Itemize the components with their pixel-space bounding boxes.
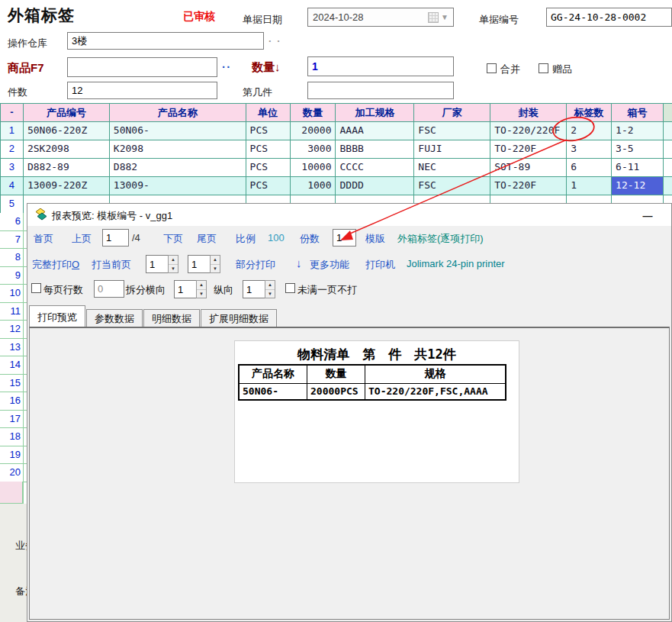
cell-qty[interactable]: 3000 [291, 140, 336, 158]
first-page-button[interactable]: 首页 [34, 232, 53, 246]
rows-per-page-input[interactable] [94, 280, 124, 298]
cell-unit[interactable]: PCS [246, 159, 291, 176]
dropdown-arrow-icon[interactable]: ▼ [441, 13, 449, 21]
cell-qty[interactable]: 20000 [291, 122, 336, 140]
cell-box-no[interactable]: 3-5 [612, 140, 664, 158]
spin-down-icon[interactable]: ▼ [169, 265, 178, 273]
piece-input[interactable] [307, 82, 454, 99]
cell-label-count[interactable]: 6 [567, 159, 612, 176]
split-vertical-input[interactable] [243, 280, 265, 298]
cell-product-name[interactable]: K2098 [110, 140, 246, 158]
cell-spec[interactable]: DDDD [336, 177, 414, 195]
split-horizontal-spinner[interactable]: ▲▼ [174, 280, 207, 298]
product-lookup-dots[interactable]: .. [222, 57, 231, 70]
from-page-input[interactable] [146, 255, 168, 273]
last-page-button[interactable]: 尾页 [197, 232, 217, 246]
cell-package[interactable]: TO-220F [490, 177, 567, 195]
row-number[interactable]: 5 [1, 195, 24, 213]
row-number[interactable]: 1 [1, 122, 24, 140]
cell-maker[interactable]: FUJI [414, 140, 490, 158]
cell-product-code[interactable]: D882-89 [24, 159, 110, 176]
cell-maker[interactable]: NEC [414, 159, 490, 176]
spin-down-icon[interactable]: ▼ [265, 290, 275, 298]
row-number[interactable]: 2 [1, 140, 24, 158]
rows-per-page-checkbox[interactable] [31, 283, 41, 293]
tab-parameter-data[interactable]: 参数数据 [86, 309, 143, 327]
cell-spec[interactable]: CCCC [336, 159, 414, 176]
row-number[interactable]: 3 [1, 159, 24, 176]
to-page-spinner[interactable]: ▲▼ [188, 255, 220, 273]
cell-product-code[interactable]: 50N06-220Z [24, 122, 110, 140]
partial-print-button[interactable]: 部分打印 [236, 258, 275, 272]
next-page-button[interactable]: 下页 [163, 232, 183, 246]
warehouse-lookup-dots[interactable]: . . [268, 33, 281, 44]
cell-box-no[interactable]: 6-11 [612, 159, 664, 176]
cell-product-code[interactable]: 13009-220Z [24, 177, 110, 195]
from-page-spinner[interactable]: ▲▼ [146, 255, 178, 273]
cell-box-no[interactable]: 1-2 [612, 122, 664, 140]
cell-label-count[interactable]: 3 [567, 140, 612, 158]
preview-cell-spec: TO-220/220F,FSC,AAAA [365, 384, 505, 399]
merge-checkbox[interactable] [487, 63, 497, 73]
minimize-button[interactable]: — [641, 210, 654, 222]
grid-header-product-name: 产品名称 [110, 104, 246, 121]
doc-no-input[interactable] [546, 8, 672, 27]
tab-extended-detail-data[interactable]: 扩展明细数据 [201, 309, 277, 327]
tab-detail-data[interactable]: 明细数据 [143, 309, 200, 327]
cell-maker[interactable]: FSC [414, 122, 490, 140]
no-partial-page-checkbox[interactable] [285, 283, 295, 293]
template-value[interactable]: 外箱标签(逐项打印) [397, 232, 484, 246]
cell-qty[interactable]: 1000 [291, 177, 336, 195]
product-input[interactable] [67, 57, 217, 77]
row-number[interactable]: 4 [1, 177, 24, 195]
cell-label-count[interactable]: 1 [567, 177, 612, 195]
table-row[interactable]: 3 D882-89 D882 PCS 10000 CCCC NEC SOT-89… [1, 159, 672, 177]
spin-down-icon[interactable]: ▼ [197, 290, 206, 298]
spin-up-icon[interactable]: ▲ [211, 256, 220, 265]
cell-box-no-selected[interactable]: 12-12 [612, 177, 664, 195]
cell-qty[interactable]: 10000 [291, 159, 336, 176]
cell-label-count[interactable]: 2 [567, 122, 612, 140]
cell-spec[interactable]: AAAA [336, 122, 414, 140]
table-row-selected[interactable]: 4 13009-220Z 13009- PCS 1000 DDDD FSC TO… [1, 177, 672, 195]
cell-unit[interactable]: PCS [246, 140, 291, 158]
cell-unit[interactable]: PCS [246, 122, 291, 140]
full-print-button[interactable]: 完整打印O [32, 258, 79, 272]
gift-checkbox[interactable] [539, 63, 548, 73]
copies-input[interactable] [333, 229, 356, 247]
cell-unit[interactable]: PCS [246, 177, 291, 195]
doc-date-field[interactable]: 2024-10-28 ▼ [307, 8, 454, 27]
split-horizontal-input[interactable] [174, 280, 196, 298]
cell-product-name[interactable]: 13009- [110, 177, 246, 195]
cell-product-name[interactable]: D882 [110, 159, 246, 176]
cell-spec[interactable]: BBBB [336, 140, 414, 158]
count-input[interactable] [67, 82, 217, 99]
prev-page-button[interactable]: 上页 [72, 232, 92, 246]
spin-up-icon[interactable]: ▲ [265, 281, 275, 290]
table-row[interactable]: 1 50N06-220Z 50N06- PCS 20000 AAAA FSC T… [1, 122, 672, 140]
spin-down-icon[interactable]: ▼ [211, 265, 220, 273]
printer-value[interactable]: Jolimark 24-pin printer [407, 258, 505, 269]
scale-value[interactable]: 100 [268, 232, 285, 243]
warehouse-input[interactable] [67, 32, 264, 50]
cell-package[interactable]: TO-220/220F [490, 122, 567, 140]
qty-input[interactable] [307, 56, 454, 76]
split-horizontal-label: 拆分横向 [126, 283, 166, 297]
tab-print-preview[interactable]: 打印预览 [29, 305, 85, 327]
cell-maker[interactable]: FSC [414, 177, 490, 195]
spin-up-icon[interactable]: ▲ [197, 281, 206, 290]
to-page-input[interactable] [188, 255, 210, 273]
page-number-input[interactable] [102, 229, 129, 247]
dialog-titlebar[interactable]: 报表预览: 模板编号 - v_gg1 — [27, 204, 671, 226]
grid-header-qty: 数量 [291, 104, 336, 121]
print-current-page-button[interactable]: 打当前页 [92, 258, 131, 272]
more-functions-button[interactable]: 更多功能 [310, 258, 349, 272]
cell-package[interactable]: TO-220F [490, 140, 567, 158]
cell-product-code[interactable]: 2SK2098 [24, 140, 110, 158]
cell-package[interactable]: SOT-89 [490, 159, 567, 176]
split-vertical-spinner[interactable]: ▲▼ [243, 280, 275, 298]
spin-up-icon[interactable]: ▲ [169, 256, 178, 265]
preview-data-row: 50N06- 20000PCS TO-220/220F,FSC,AAAA [240, 384, 505, 399]
table-row[interactable]: 2 2SK2098 K2098 PCS 3000 BBBB FUJI TO-22… [1, 140, 672, 159]
cell-product-name[interactable]: 50N06- [110, 122, 246, 140]
